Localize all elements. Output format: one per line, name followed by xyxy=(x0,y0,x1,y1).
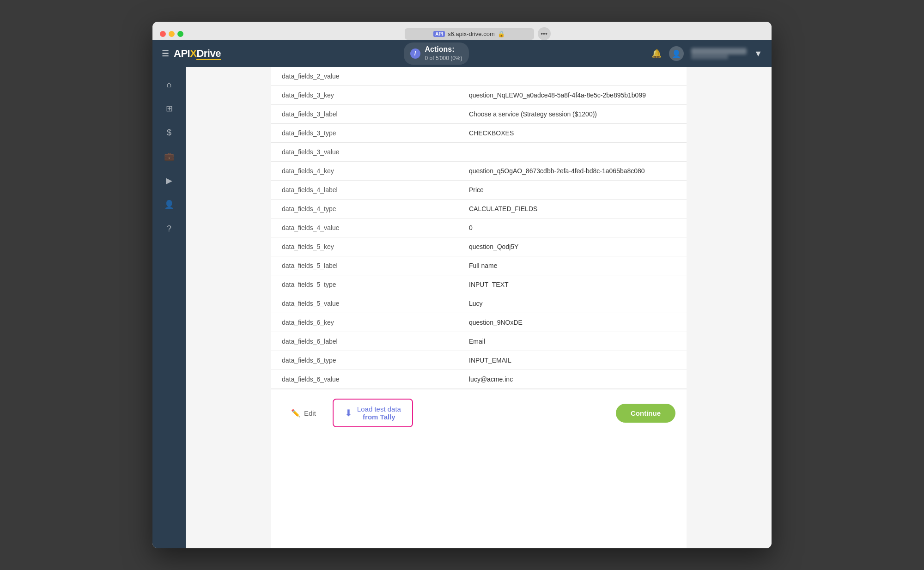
actions-text: Actions: 0 of 5'000 (0%) xyxy=(425,45,462,62)
browser-titlebar: API s6.apix-drive.com 🔒 ••• xyxy=(160,27,764,40)
table-row: data_fields_4_value0 xyxy=(271,218,687,237)
table-cell-value: Full name xyxy=(458,256,687,275)
table-cell-key: data_fields_5_label xyxy=(271,256,458,275)
url-text: s6.apix-drive.com xyxy=(448,30,495,37)
continue-button[interactable]: Continue xyxy=(616,404,675,423)
content-area: data_fields_2_valuedata_fields_3_keyques… xyxy=(186,67,772,548)
top-bar-right: 🔔 👤 ▼ xyxy=(651,46,762,61)
table-cell-key: data_fields_6_label xyxy=(271,332,458,351)
table-cell-value: Lucy xyxy=(458,294,687,313)
edit-label: Edit xyxy=(304,409,316,417)
table-row: data_fields_3_value xyxy=(271,143,687,162)
traffic-lights xyxy=(160,31,183,37)
table-cell-value: INPUT_EMAIL xyxy=(458,351,687,370)
sidebar-item-media[interactable]: ▶ xyxy=(159,170,179,191)
table-cell-value: Email xyxy=(458,332,687,351)
edit-button[interactable]: ✏️ Edit xyxy=(282,404,325,422)
top-bar: ☰ APIXDrive i Actions: 0 of 5'000 (0%) 🔔… xyxy=(152,40,772,67)
user-name xyxy=(691,48,747,55)
table-row: data_fields_3_keyquestion_NqLEW0_a0adce4… xyxy=(271,86,687,105)
bell-icon[interactable]: 🔔 xyxy=(651,49,662,59)
table-cell-key: data_fields_3_type xyxy=(271,124,458,143)
table-row: data_fields_5_typeINPUT_TEXT xyxy=(271,275,687,294)
table-cell-value: question_Qodj5Y xyxy=(458,237,687,256)
browser-chrome: API s6.apix-drive.com 🔒 ••• xyxy=(152,22,772,40)
table-row: data_fields_5_labelFull name xyxy=(271,256,687,275)
table-cell-key: data_fields_2_value xyxy=(271,67,458,86)
table-cell-key: data_fields_4_value xyxy=(271,218,458,237)
action-bar: ✏️ Edit ⬇ Load test data from Tally Cont… xyxy=(271,389,687,437)
top-bar-center: i Actions: 0 of 5'000 (0%) xyxy=(228,42,644,65)
table-cell-value: CALCULATED_FIELDS xyxy=(458,200,687,218)
app-logo: APIXDrive xyxy=(174,48,221,60)
table-cell-value: question_NqLEW0_a0adce48-5a8f-4f4a-8e5c-… xyxy=(458,86,687,105)
load-test-source: from Tally xyxy=(363,413,395,421)
actions-label: Actions: xyxy=(425,45,455,53)
table-cell-key: data_fields_3_label xyxy=(271,105,458,124)
sidebar-item-home[interactable]: ⌂ xyxy=(159,74,179,95)
more-button[interactable]: ••• xyxy=(538,27,551,40)
table-cell-key: data_fields_4_type xyxy=(271,200,458,218)
table-cell-value: 0 xyxy=(458,218,687,237)
table-cell-key: data_fields_5_type xyxy=(271,275,458,294)
maximize-button[interactable] xyxy=(177,31,183,37)
address-bar: API s6.apix-drive.com 🔒 ••• xyxy=(191,27,764,40)
load-test-label: Load test data xyxy=(357,405,401,413)
table-cell-value xyxy=(458,67,687,86)
table-row: data_fields_4_labelPrice xyxy=(271,181,687,200)
sidebar-item-help[interactable]: ? xyxy=(159,218,179,239)
minimize-button[interactable] xyxy=(169,31,175,37)
sidebar-item-account[interactable]: 👤 xyxy=(159,194,179,215)
url-pill[interactable]: API s6.apix-drive.com 🔒 xyxy=(405,28,534,40)
table-row: data_fields_4_typeCALCULATED_FIELDS xyxy=(271,200,687,218)
lock-icon: 🔒 xyxy=(498,30,505,37)
table-cell-key: data_fields_5_key xyxy=(271,237,458,256)
user-info xyxy=(691,48,747,59)
edit-icon: ✏️ xyxy=(291,409,300,418)
table-cell-key: data_fields_4_key xyxy=(271,162,458,181)
table-cell-value: Choose a service (Strategy session ($120… xyxy=(458,105,687,124)
table-row: data_fields_6_valuelucy@acme.inc xyxy=(271,370,687,389)
info-icon: i xyxy=(410,49,420,59)
avatar[interactable]: 👤 xyxy=(669,46,684,61)
user-email xyxy=(691,55,728,59)
table-row: data_fields_6_typeINPUT_EMAIL xyxy=(271,351,687,370)
main-layout: ⌂ ⊞ $ 💼 ▶ 👤 ? data_fields_2_valuedata_fi… xyxy=(152,67,772,548)
table-cell-key: data_fields_3_key xyxy=(271,86,458,105)
nav-sidebar: ⌂ ⊞ $ 💼 ▶ 👤 ? xyxy=(152,67,186,548)
table-cell-value: INPUT_TEXT xyxy=(458,275,687,294)
table-row: data_fields_6_keyquestion_9NOxDE xyxy=(271,313,687,332)
table-row: data_fields_3_typeCHECKBOXES xyxy=(271,124,687,143)
table-cell-key: data_fields_3_value xyxy=(271,143,458,162)
load-test-text: Load test data from Tally xyxy=(357,405,401,421)
browser-window: API s6.apix-drive.com 🔒 ••• ☰ APIXDrive … xyxy=(152,22,772,548)
table-cell-key: data_fields_6_type xyxy=(271,351,458,370)
table-cell-value: lucy@acme.inc xyxy=(458,370,687,389)
dropdown-arrow-icon[interactable]: ▼ xyxy=(754,49,762,59)
logo-area: ☰ APIXDrive xyxy=(162,48,221,60)
table-row: data_fields_4_keyquestion_q5OgAO_8673cdb… xyxy=(271,162,687,181)
table-cell-key: data_fields_6_value xyxy=(271,370,458,389)
sidebar-item-billing[interactable]: $ xyxy=(159,122,179,143)
table-cell-key: data_fields_4_label xyxy=(271,181,458,200)
actions-count: 0 of 5'000 (0%) xyxy=(425,55,462,61)
table-cell-value xyxy=(458,143,687,162)
api-badge: API xyxy=(433,31,445,37)
table-row: data_fields_3_labelChoose a service (Str… xyxy=(271,105,687,124)
load-test-button[interactable]: ⬇ Load test data from Tally xyxy=(333,399,413,427)
actions-pill: i Actions: 0 of 5'000 (0%) xyxy=(404,42,469,65)
table-row: data_fields_2_value xyxy=(271,67,687,86)
content-inner: data_fields_2_valuedata_fields_3_keyques… xyxy=(271,67,687,548)
hamburger-icon[interactable]: ☰ xyxy=(162,49,169,59)
table-row: data_fields_5_valueLucy xyxy=(271,294,687,313)
table-cell-value: question_q5OgAO_8673cdbb-2efa-4fed-bd8c-… xyxy=(458,162,687,181)
sidebar-item-connections[interactable]: ⊞ xyxy=(159,98,179,119)
table-cell-key: data_fields_6_key xyxy=(271,313,458,332)
table-cell-value: CHECKBOXES xyxy=(458,124,687,143)
download-icon: ⬇ xyxy=(345,407,353,418)
sidebar-item-templates[interactable]: 💼 xyxy=(159,146,179,167)
data-table: data_fields_2_valuedata_fields_3_keyques… xyxy=(271,67,687,389)
table-row: data_fields_6_labelEmail xyxy=(271,332,687,351)
table-cell-key: data_fields_5_value xyxy=(271,294,458,313)
close-button[interactable] xyxy=(160,31,166,37)
